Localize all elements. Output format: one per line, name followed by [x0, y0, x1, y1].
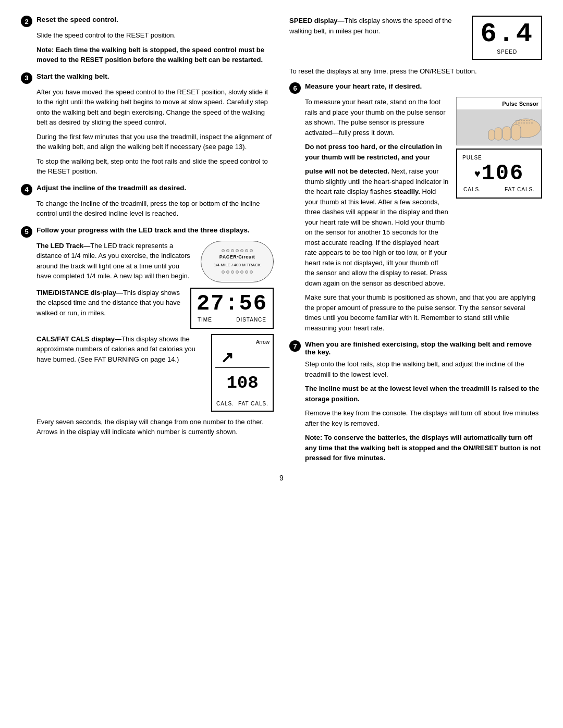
time-distance-row: TIME/DISTANCE dis-play—This display show… — [36, 288, 274, 329]
step6-pulse-not-detected: pulse will not be detected. — [305, 167, 389, 175]
step6-body3b: Hold your thumb at this level. After a f… — [305, 188, 448, 287]
step3-body1: After you have moved the speed control t… — [36, 87, 274, 128]
step2-body2-bold: Note: Each time the walking belt is stop… — [36, 46, 264, 64]
pacer-circuit-label: PACER·Circuit — [219, 254, 255, 261]
cals-digits: 108 — [215, 368, 270, 399]
time-distance-title: TIME/DISTANCE dis-play— — [36, 289, 123, 297]
led-track-title: The LED Track— — [36, 242, 90, 250]
every-seven-text: Every seven seconds, the display will ch… — [36, 417, 274, 437]
step2-circle: 2 — [21, 16, 32, 27]
time-distance-display: 27:56 TIME DISTANCE — [190, 288, 274, 329]
section-step3: 3 Start the walking belt. After you have… — [21, 72, 274, 177]
arrow-symbol: ↗ — [215, 347, 270, 368]
cals-display: Arrow ↗ 108 CALS. FAT CALS. — [211, 334, 274, 412]
step7-body3: Remove the key from the console. The dis… — [305, 408, 542, 428]
step3-body3: To stop the walking belt, step onto the … — [36, 156, 274, 177]
step5-title: Follow your progress with the LED track … — [36, 226, 250, 234]
speed-label: SPEED — [480, 49, 534, 55]
step4-title: Adjust the incline of the treadmill as d… — [36, 184, 186, 192]
speed-display-title: SPEED display— — [289, 17, 344, 24]
cals-title: CALS/FAT CALS display— — [36, 335, 121, 343]
step4-circle: 4 — [21, 184, 32, 195]
step6-steadily: steadily. — [394, 188, 420, 195]
pulse-cals-label1: CALS. — [463, 186, 481, 193]
pulse-label: PULSE — [462, 154, 536, 162]
arrow-label: Arrow — [215, 338, 270, 346]
led-track-image: PACER·Circuit 1/4 MILE / 400 M TRACK — [201, 241, 274, 282]
svg-rect-4 — [488, 130, 495, 140]
section-step5: 5 Follow your progress with the LED trac… — [21, 226, 274, 437]
led-track-row: The LED Track—The LED track represents a… — [36, 241, 274, 282]
speed-display-section: SPEED display—This display shows the spe… — [289, 16, 542, 60]
time-label: TIME — [198, 316, 212, 324]
speed-box: 6.4 SPEED — [472, 16, 542, 60]
pulse-display: PULSE ♥ 106 CALS. FAT CALS. — [456, 149, 542, 199]
pulse-hand-svg — [484, 110, 542, 144]
step3-body2: During the first few minutes that you us… — [36, 132, 274, 152]
heart-icon: ♥ — [474, 166, 481, 181]
step5-circle: 5 — [21, 226, 32, 238]
pulse-section-content: To measure your heart rate, stand on the… — [305, 97, 542, 288]
section-step6: 6 Measure your heart rate, if desired. T… — [289, 82, 542, 333]
section-step4: 4 Adjust the incline of the treadmill as… — [21, 184, 274, 219]
pulse-digits: 106 — [482, 163, 524, 184]
page-number: 9 — [21, 474, 542, 482]
step6-circle: 6 — [289, 82, 301, 94]
section-step7: 7 When you are finished exercising, stop… — [289, 340, 542, 463]
svg-rect-3 — [495, 128, 502, 140]
step3-title: Start the walking belt. — [36, 72, 109, 80]
pulse-sensor-label: Pulse Sensor — [502, 100, 538, 108]
step6-body1: To measure your heart rate, stand on the… — [305, 97, 449, 138]
cals-label2: FAT CALS. — [238, 400, 268, 408]
pulse-cals-label2: FAT CALS. — [505, 186, 535, 193]
step3-circle: 3 — [21, 72, 32, 84]
speed-digits: 6.4 — [480, 21, 534, 48]
step2-body1: Slide the speed control to the RESET pos… — [36, 30, 274, 41]
pulse-sensor-diagram: Pulse Sensor — [456, 97, 542, 145]
step7-body4: Note: To conserve the batteries, the dis… — [305, 434, 541, 462]
reset-text: To reset the displays at any time, press… — [289, 67, 542, 75]
pacer-sub-label: 1/4 MILE / 400 M TRACK — [214, 262, 261, 268]
cals-display-row: CALS/FAT CALS display—This display shows… — [36, 334, 274, 412]
step7-body1: Step onto the foot rails, stop the walki… — [305, 359, 542, 379]
step7-title: When you are finished exercising, stop t… — [305, 340, 542, 356]
step7-body2: The incline must be at the lowest level … — [305, 385, 539, 403]
svg-rect-1 — [511, 125, 521, 140]
step6-body4: Make sure that your thumb is positioned … — [305, 292, 542, 333]
step4-body1: To change the incline of the treadmill, … — [36, 199, 274, 219]
time-display-digits: 27:56 — [197, 293, 267, 315]
pulse-sensor-section: Pulse Sensor — [456, 97, 542, 199]
svg-rect-2 — [503, 127, 511, 140]
step6-title: Measure your heart rate, if desired. — [305, 82, 422, 90]
step6-body2: Do not press too hard, or the circulatio… — [305, 143, 442, 161]
cals-label1: CALS. — [216, 400, 234, 408]
section-step2: 2 Reset the speed control. Slide the spe… — [21, 16, 274, 65]
distance-label: DISTANCE — [236, 316, 266, 324]
step7-circle: 7 — [289, 340, 301, 352]
step2-title: Reset the speed control. — [36, 16, 118, 23]
